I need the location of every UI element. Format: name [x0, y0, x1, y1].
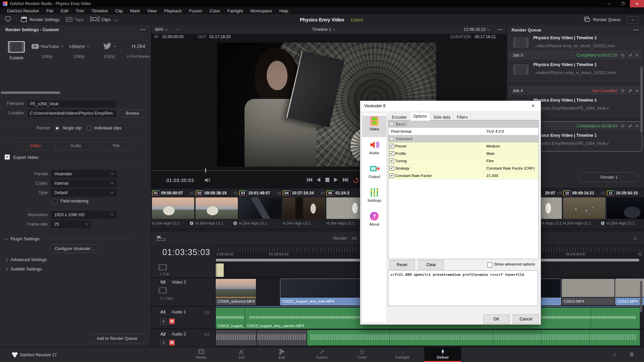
play-icon[interactable]: [334, 177, 338, 182]
sidebar-item-video[interactable]: Video: [362, 116, 386, 137]
render-range-label[interactable]: In/: [352, 236, 357, 241]
timeline-selector[interactable]: Timeline 1: [312, 27, 334, 32]
option-checkbox[interactable]: ✓: [389, 166, 394, 171]
track-a1-id[interactable]: A1: [160, 310, 166, 314]
page-deliver[interactable]: Deliver: [424, 347, 461, 362]
menu-trim[interactable]: Trim: [72, 8, 88, 13]
tab-options[interactable]: Options: [410, 112, 430, 121]
play-reverse-icon[interactable]: [316, 177, 321, 182]
preset-vimeo[interactable]: vimeo 1080p: [64, 41, 93, 59]
option-checkbox[interactable]: ✓: [389, 173, 394, 178]
location-input[interactable]: C:\Users\Hannibal\Videos\Physics Envy\Re…: [27, 109, 117, 117]
individual-clips-radio[interactable]: [87, 126, 92, 131]
codec-dropdown[interactable]: Internal: [51, 179, 117, 187]
show-advanced-checkbox[interactable]: [487, 262, 492, 267]
mute-icon[interactable]: [204, 177, 211, 183]
tab-filters[interactable]: Filters: [453, 114, 471, 121]
clip-thumbnail[interactable]: [196, 197, 238, 219]
resolution-dropdown[interactable]: 644 x 362 HD: [51, 211, 117, 219]
edit-job-icon[interactable]: [628, 89, 632, 93]
option-row-crf[interactable]: ✓Constant Rate Factor 21.000: [388, 172, 538, 179]
subtitle-settings-section[interactable]: Subtitle Settings: [5, 266, 42, 272]
page-edit[interactable]: Edit: [263, 347, 300, 362]
clip-thumbnail[interactable]: [283, 197, 325, 219]
menu-fusion[interactable]: Fusion: [185, 8, 206, 13]
preset-youtube[interactable]: YouTube 1080p: [31, 41, 63, 59]
export-video-checkbox[interactable]: ✓: [5, 155, 10, 160]
loop-icon[interactable]: [353, 177, 359, 183]
advanced-settings-section[interactable]: Advanced Settings: [5, 257, 47, 262]
render-queue-menu-icon[interactable]: •••: [633, 27, 639, 33]
dialog-title-bar[interactable]: Voukoder 8: [360, 101, 541, 111]
plugin-settings-section[interactable]: Plugin Settings: [5, 236, 133, 241]
menu-edit[interactable]: Edit: [57, 8, 72, 13]
menu-davinci-resolve[interactable]: DaVinci Resolve: [3, 8, 43, 13]
tab-video[interactable]: Video: [15, 142, 56, 150]
clip-item-04[interactable]: 0410:37:10:24V2 H.264 High L5.1: [283, 190, 325, 228]
group-basic[interactable]: −Basic: [388, 120, 538, 128]
clip-item-10[interactable]: 1009:49:14:21V1 H.264 High L5.1: [563, 190, 605, 228]
audio-clip[interactable]: [307, 330, 640, 346]
track-a1-name[interactable]: Audio 1: [172, 310, 186, 314]
track-a1-mute-button[interactable]: M: [169, 318, 175, 324]
delete-job-icon[interactable]: ✕: [635, 124, 639, 128]
reset-button[interactable]: Reset: [389, 260, 415, 269]
remote-render-icon[interactable]: [620, 89, 625, 93]
stop-icon[interactable]: [325, 177, 329, 182]
clip-thumbnail[interactable]: [607, 197, 644, 219]
menu-clip[interactable]: Clip: [112, 8, 126, 13]
viewer-zoom-dropdown[interactable]: 68%: [155, 27, 167, 32]
edit-job-icon[interactable]: [628, 124, 632, 128]
option-checkbox[interactable]: ✓: [389, 144, 394, 148]
option-row-pixel-format[interactable]: Pixel format YUV 4:2:0: [388, 128, 538, 135]
cancel-button[interactable]: Cancel: [513, 314, 539, 324]
add-to-render-queue-button[interactable]: Add to Render Queue: [88, 334, 146, 343]
ok-button[interactable]: OK: [483, 314, 509, 324]
clips-tab[interactable]: Clips: [101, 17, 111, 22]
menu-workspace[interactable]: Workspace: [247, 8, 276, 13]
timeline-view-icon[interactable]: [157, 236, 165, 241]
presets-scrollbar[interactable]: [1, 92, 60, 94]
page-media[interactable]: Media: [183, 347, 220, 362]
browse-button[interactable]: Browse: [118, 109, 147, 117]
panel-menu-icon[interactable]: •••: [140, 27, 146, 32]
audio-note-icon[interactable]: ♫: [633, 235, 637, 241]
clip-thumbnail[interactable]: [563, 197, 605, 219]
track-a2-solo-button[interactable]: S: [160, 340, 167, 346]
render-queue-toggle[interactable]: Render Queue: [593, 17, 621, 22]
viewer-timecode-dropdown[interactable]: 12:06:28:22: [464, 27, 489, 32]
clip-item-03[interactable]: 0310:01:49:07V2 H.264 High L5.1: [239, 190, 281, 228]
option-checkbox[interactable]: ✓: [389, 159, 394, 163]
chevron-down-icon[interactable]: [114, 44, 116, 47]
remote-render-icon[interactable]: [620, 124, 625, 128]
close-button[interactable]: ✕: [630, 0, 644, 7]
filename-input[interactable]: PE_x264_Vouk: [27, 100, 117, 108]
preset-custom[interactable]: Custom: [5, 41, 28, 60]
menu-help[interactable]: Help: [276, 8, 292, 13]
minimize-button[interactable]: ─: [602, 0, 616, 7]
render-mode-label[interactable]: Render: [333, 236, 347, 241]
skip-forward-icon[interactable]: [342, 177, 349, 182]
skip-back-icon[interactable]: [306, 177, 313, 182]
tab-file[interactable]: File: [96, 142, 136, 150]
field-rendering-checkbox[interactable]: [52, 199, 57, 204]
track-v2-name[interactable]: Video 2: [172, 280, 186, 285]
render-queue-scrollbar[interactable]: [640, 67, 643, 132]
viewer-menu-icon[interactable]: •••: [497, 27, 503, 32]
preset-twitter[interactable]: 1080p: [97, 41, 122, 59]
render-settings-tab[interactable]: Render Settings: [30, 17, 60, 22]
menu-view[interactable]: View: [144, 8, 160, 13]
group-standard[interactable]: −Standard: [388, 135, 538, 142]
configure-voukoder-button[interactable]: Configure Voukoder ...: [50, 244, 99, 253]
tape-tab[interactable]: Tape: [74, 17, 84, 22]
sidebar-item-audio[interactable]: Audio: [362, 139, 386, 161]
menu-file[interactable]: File: [43, 8, 57, 13]
chevron-down-icon[interactable]: [87, 44, 89, 47]
clip-item-01[interactable]: 0109:56:00:07V1 H.264 High L5.1: [152, 190, 194, 228]
chevron-down-icon[interactable]: [61, 44, 63, 47]
tab-encoder[interactable]: Encoder: [388, 114, 410, 121]
track-a2-mute-button[interactable]: M: [169, 340, 175, 346]
maximize-button[interactable]: ❐: [616, 0, 630, 7]
viewer-playhead[interactable]: [205, 168, 206, 173]
encoder-command-textarea[interactable]: crf=21.000 opencl=1 preset=medium profil…: [388, 270, 538, 306]
